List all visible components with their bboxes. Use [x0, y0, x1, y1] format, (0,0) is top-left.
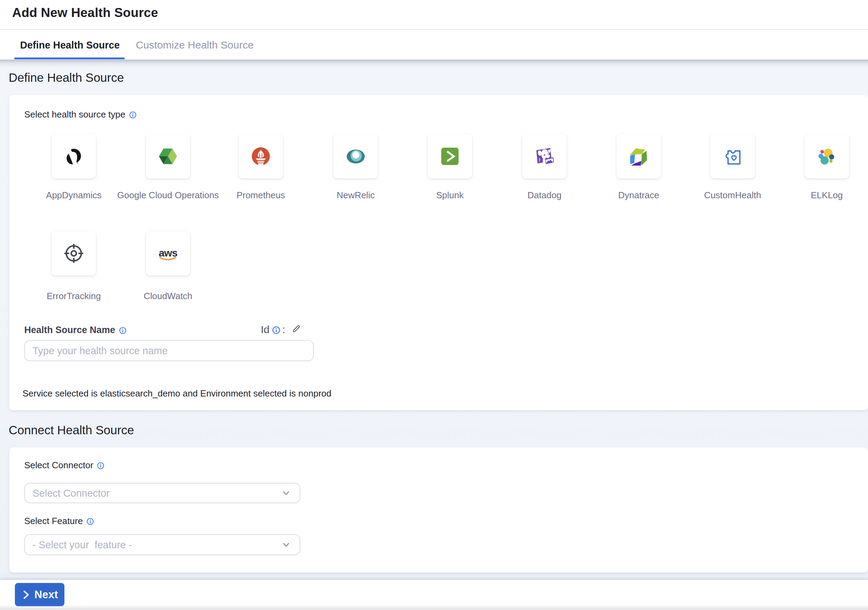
svg-text:aws: aws	[159, 247, 177, 259]
